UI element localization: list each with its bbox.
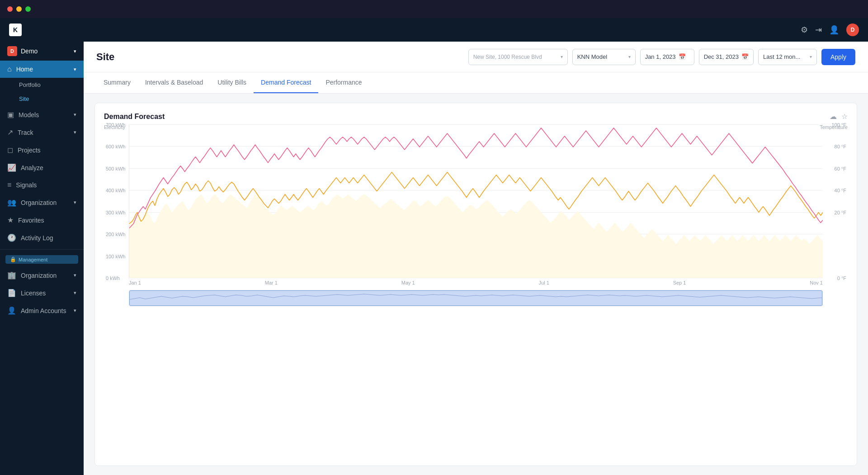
sidebar-item-home[interactable]: ⌂ Home ▾	[0, 61, 84, 78]
management-label: Management	[19, 257, 47, 262]
tab-utility-bills[interactable]: Utility Bills	[210, 72, 254, 93]
licenses-icon: 📄	[7, 289, 16, 297]
analyze-icon: 📈	[7, 163, 16, 172]
settings-icon[interactable]: ⚙	[801, 25, 808, 35]
page-title: Site	[96, 51, 114, 63]
logout-icon[interactable]: ⇥	[815, 25, 822, 35]
sidebar-item-favorites-label: Favorites	[18, 217, 44, 224]
sidebar-item-licenses[interactable]: 📄 Licenses ▾	[0, 284, 84, 302]
topnav-right: ⚙ ⇥ 👤 D	[801, 24, 859, 36]
demand-chart-svg	[129, 124, 823, 278]
sidebar-item-models-label: Models	[19, 111, 39, 119]
org-mgmt-chevron: ▾	[74, 272, 76, 278]
org-chevron2: ▾	[74, 200, 76, 205]
projects-icon: ◻	[7, 146, 13, 154]
tab-performance[interactable]: Performance	[318, 72, 369, 93]
app-logo[interactable]: K	[9, 24, 22, 36]
topnav-left: K	[9, 24, 22, 36]
chart-actions: ☁ ☆	[830, 112, 848, 121]
org-label: Demo	[21, 48, 38, 55]
org-icon: D	[7, 46, 17, 56]
date-range-dropdown[interactable]: Last 12 mon... ▾	[758, 49, 817, 65]
sidebar-item-analyze[interactable]: 📈 Analyze	[0, 159, 84, 176]
x-label-jan: Jan 1	[129, 280, 141, 285]
org-chevron: ▾	[74, 48, 76, 54]
track-chevron: ▾	[74, 129, 76, 135]
sidebar-item-activity-log[interactable]: 🕐 Activity Log	[0, 229, 84, 247]
sidebar-item-projects[interactable]: ◻ Projects	[0, 141, 84, 159]
x-label-may: May 1	[401, 280, 415, 285]
user-avatar[interactable]: D	[846, 24, 859, 36]
sidebar-sub-site[interactable]: Site	[0, 92, 84, 106]
date-range-value: Last 12 mon...	[763, 53, 800, 60]
tabs: Summary Intervals & Baseload Utility Bil…	[84, 72, 868, 94]
maximize-dot[interactable]	[25, 6, 31, 12]
favorites-icon: ★	[7, 216, 14, 224]
window-controls	[7, 6, 31, 12]
management-badge: 🔒 Management	[5, 255, 78, 264]
date-end-value: Dec 31, 2023	[704, 53, 739, 60]
user-icon[interactable]: 👤	[829, 25, 839, 35]
admin-icon: 👤	[7, 306, 16, 315]
chart-area: Electricity Temperature 700 kWh 100 °F 6…	[104, 124, 848, 296]
sidebar-item-track[interactable]: ↗ Track ▾	[0, 124, 84, 141]
close-dot[interactable]	[7, 6, 13, 12]
sidebar-item-licenses-label: Licenses	[21, 290, 46, 297]
model-value: KNN Model	[577, 53, 607, 60]
management-lock-icon: 🔒	[10, 256, 16, 262]
date-start-value: Jan 1, 2023	[645, 53, 676, 60]
apply-button[interactable]: Apply	[821, 49, 855, 65]
star-icon[interactable]: ☆	[841, 112, 848, 121]
location-dropdown[interactable]: New Site, 1000 Rescue Blvd ▾	[468, 49, 568, 65]
sidebar-item-signals[interactable]: ≡ Signals	[0, 176, 84, 194]
sidebar-item-organization-label: Organization	[21, 199, 57, 206]
model-arrow: ▾	[628, 54, 631, 59]
sidebar-item-activity-label: Activity Log	[21, 234, 53, 242]
sidebar-item-home-label: Home	[16, 66, 33, 73]
sidebar-item-analyze-label: Analyze	[21, 164, 43, 171]
page-header: Site New Site, 1000 Rescue Blvd ▾ KNN Mo…	[84, 42, 868, 72]
sidebar-divider	[0, 249, 84, 250]
sidebar-item-org-mgmt-label: Organization	[21, 272, 57, 279]
org-nav-icon: 👥	[7, 198, 16, 207]
sidebar-item-org-mgmt[interactable]: 🏢 Organization ▾	[0, 266, 84, 284]
range-arrow: ▾	[810, 54, 812, 59]
sidebar-org[interactable]: D Demo ▾	[0, 42, 84, 61]
mini-chart-selection[interactable]	[129, 290, 822, 306]
licenses-chevron: ▾	[74, 290, 76, 296]
chart-inner: 700 kWh 100 °F 600 kWh 80 °F 500 kWh 60 …	[129, 124, 823, 278]
activity-icon: 🕐	[7, 233, 16, 242]
tab-summary[interactable]: Summary	[96, 72, 138, 93]
models-icon: ▣	[7, 110, 14, 119]
y-grid-0: 0 kWh 0 °F	[129, 278, 823, 278]
header-controls: New Site, 1000 Rescue Blvd ▾ KNN Model ▾…	[468, 49, 855, 65]
sidebar-item-favorites[interactable]: ★ Favorites	[0, 211, 84, 229]
sidebar-item-track-label: Track	[18, 129, 33, 136]
location-arrow: ▾	[561, 54, 563, 59]
chart-container: Demand Forecast ☁ ☆ Electricity Temperat…	[94, 103, 857, 466]
topnav: K ⚙ ⇥ 👤 D	[0, 18, 868, 42]
tab-demand-forecast[interactable]: Demand Forecast	[254, 72, 318, 93]
content-area: Site New Site, 1000 Rescue Blvd ▾ KNN Mo…	[84, 42, 868, 475]
x-label-nov: Nov 1	[810, 280, 823, 285]
tab-intervals[interactable]: Intervals & Baseload	[138, 72, 210, 93]
chart-header: Demand Forecast ☁ ☆	[104, 112, 848, 121]
titlebar	[0, 0, 868, 18]
org-mgmt-icon: 🏢	[7, 271, 16, 280]
model-dropdown[interactable]: KNN Model ▾	[572, 49, 636, 65]
x-axis: Jan 1 Mar 1 May 1 Jul 1 Sep 1 Nov 1	[129, 280, 823, 285]
chart-title: Demand Forecast	[104, 113, 165, 121]
date-start-dropdown[interactable]: Jan 1, 2023 📅	[640, 49, 694, 65]
sidebar-item-models[interactable]: ▣ Models ▾	[0, 106, 84, 124]
date-end-dropdown[interactable]: Dec 31, 2023 📅	[699, 49, 754, 65]
mini-chart[interactable]	[129, 290, 823, 306]
x-label-mar: Mar 1	[265, 280, 278, 285]
sidebar-item-admin-accounts[interactable]: 👤 Admin Accounts ▾	[0, 302, 84, 319]
sidebar-item-organization[interactable]: 👥 Organization ▾	[0, 194, 84, 211]
main-layout: D Demo ▾ ⌂ Home ▾ Portfolio Site ▣ Model…	[0, 42, 868, 475]
download-icon[interactable]: ☁	[830, 112, 837, 121]
sidebar-sub-portfolio[interactable]: Portfolio	[0, 78, 84, 92]
x-label-jul: Jul 1	[539, 280, 549, 285]
calendar-start-icon: 📅	[679, 53, 686, 60]
minimize-dot[interactable]	[16, 6, 22, 12]
